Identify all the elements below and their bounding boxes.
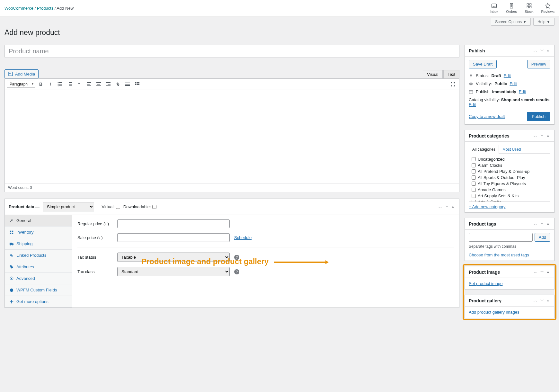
- format-select[interactable]: Paragraph: [7, 81, 35, 88]
- collapse-down-icon[interactable]: ﹀: [539, 221, 545, 227]
- tab-inventory[interactable]: Inventory: [5, 227, 72, 238]
- product-data-label: Product data —: [9, 204, 40, 209]
- collapse-up-icon[interactable]: ︿: [437, 204, 443, 210]
- help-icon[interactable]: ?: [234, 255, 239, 260]
- collapse-up-icon[interactable]: ︿: [532, 48, 538, 54]
- visual-tab[interactable]: Visual: [423, 70, 442, 78]
- help-button[interactable]: Help ▼: [533, 18, 555, 26]
- tab-general[interactable]: General: [5, 215, 72, 227]
- add-media-button[interactable]: Add Media: [4, 69, 39, 78]
- product-name-input[interactable]: [4, 45, 459, 58]
- fullscreen-button[interactable]: [449, 80, 457, 88]
- edit-visibility-link[interactable]: Edit: [510, 81, 517, 86]
- collapse-down-icon[interactable]: ﹀: [539, 133, 545, 139]
- category-checkbox[interactable]: [472, 182, 476, 186]
- toolbar-toggle-icon: [135, 82, 140, 87]
- quote-button[interactable]: ❝: [75, 80, 84, 88]
- tab-linked[interactable]: Linked Products: [5, 250, 72, 261]
- breadcrumb-root[interactable]: WooCommerce: [4, 6, 33, 11]
- sale-price-input[interactable]: [117, 233, 230, 242]
- category-checkbox[interactable]: [472, 194, 476, 198]
- text-tab[interactable]: Text: [443, 70, 459, 78]
- set-product-image-link[interactable]: Set product image: [469, 281, 503, 286]
- regular-price-input[interactable]: [117, 219, 230, 228]
- category-checkbox[interactable]: [472, 157, 476, 161]
- add-gallery-link[interactable]: Add product gallery images: [469, 310, 519, 315]
- topbar-orders[interactable]: Orders: [506, 3, 517, 13]
- toolbar-toggle-button[interactable]: [133, 80, 141, 88]
- svg-rect-32: [138, 84, 139, 85]
- product-type-select[interactable]: Simple product: [43, 202, 94, 211]
- most-used-tab[interactable]: Most Used: [499, 145, 524, 154]
- collapse-down-icon[interactable]: ﹀: [444, 204, 450, 210]
- category-checkbox[interactable]: [472, 169, 476, 174]
- topbar-stock[interactable]: Stock: [525, 3, 534, 13]
- svg-rect-15: [87, 82, 91, 83]
- move-up-icon[interactable]: ▴: [546, 221, 550, 227]
- plus-icon: [9, 299, 14, 304]
- topbar-inbox[interactable]: Inbox: [490, 3, 498, 13]
- tax-status-label: Tax status: [77, 255, 113, 260]
- svg-rect-7: [59, 82, 62, 83]
- tab-attributes[interactable]: Attributes: [5, 261, 72, 273]
- bold-button[interactable]: B: [37, 80, 45, 88]
- collapse-down-icon[interactable]: ﹀: [539, 48, 545, 54]
- category-checkbox[interactable]: [472, 200, 476, 202]
- collapse-down-icon[interactable]: ﹀: [539, 269, 545, 275]
- publish-button[interactable]: Publish: [527, 112, 550, 121]
- collapse-up-icon[interactable]: ︿: [532, 133, 538, 139]
- virtual-checkbox[interactable]: [116, 205, 120, 209]
- tab-more[interactable]: Get more options: [5, 296, 72, 307]
- italic-button[interactable]: I: [46, 80, 55, 88]
- move-up-icon[interactable]: ▴: [451, 204, 455, 210]
- collapse-up-icon[interactable]: ︿: [532, 298, 538, 304]
- tax-class-label: Tax class: [77, 269, 113, 274]
- svg-rect-29: [138, 82, 139, 83]
- publish-title: Publish: [469, 48, 485, 53]
- editor-content[interactable]: [5, 90, 459, 183]
- move-up-icon[interactable]: ▴: [546, 133, 550, 139]
- topbar-reviews[interactable]: Reviews: [541, 3, 555, 13]
- add-category-link[interactable]: + Add new category: [469, 204, 506, 209]
- edit-catalog-link[interactable]: Edit: [469, 102, 476, 107]
- collapse-up-icon[interactable]: ︿: [532, 221, 538, 227]
- svg-point-33: [10, 245, 11, 245]
- move-up-icon[interactable]: ▴: [546, 48, 550, 54]
- breadcrumb-current: Add New: [57, 6, 74, 11]
- category-checkbox[interactable]: [472, 175, 476, 180]
- edit-publish-link[interactable]: Edit: [519, 89, 526, 94]
- copy-draft-link[interactable]: Copy to a new draft: [469, 114, 505, 119]
- help-icon[interactable]: ?: [234, 269, 239, 274]
- tax-status-select[interactable]: Taxable: [117, 253, 230, 262]
- tab-shipping[interactable]: Shipping: [5, 238, 72, 250]
- edit-status-link[interactable]: Edit: [504, 73, 511, 78]
- collapse-up-icon[interactable]: ︿: [532, 269, 538, 275]
- numbered-list-button[interactable]: [66, 80, 74, 88]
- align-right-button[interactable]: [104, 80, 112, 88]
- breadcrumb-products[interactable]: Products: [37, 6, 53, 11]
- read-more-button[interactable]: [123, 80, 132, 88]
- category-checkbox[interactable]: [472, 163, 476, 167]
- align-center-button[interactable]: [94, 80, 103, 88]
- align-left-button[interactable]: [85, 80, 93, 88]
- category-checkbox[interactable]: [472, 188, 476, 192]
- downloadable-checkbox[interactable]: [152, 205, 156, 209]
- save-draft-button[interactable]: Save Draft: [469, 60, 497, 68]
- choose-tags-link[interactable]: Choose from the most used tags: [469, 253, 529, 257]
- tax-class-select[interactable]: Standard: [117, 267, 230, 276]
- add-tag-button[interactable]: Add: [535, 233, 550, 242]
- schedule-link[interactable]: Schedule: [234, 235, 252, 240]
- link-button[interactable]: [114, 80, 122, 88]
- move-up-icon[interactable]: ▴: [546, 298, 550, 304]
- preview-button[interactable]: Preview: [527, 60, 550, 68]
- all-categories-tab[interactable]: All categories: [469, 145, 499, 154]
- tab-advanced[interactable]: Advanced: [5, 273, 72, 284]
- bullet-list-button[interactable]: [56, 80, 64, 88]
- screen-options-button[interactable]: Screen Options ▼: [491, 18, 531, 26]
- tab-wpfm[interactable]: WPFM Custom Fields: [5, 284, 72, 296]
- collapse-down-icon[interactable]: ﹀: [539, 298, 545, 304]
- category-list[interactable]: Uncategorized Alarm Clocks All Pretend P…: [469, 154, 550, 202]
- tag-input[interactable]: [469, 233, 533, 242]
- calendar-icon: [469, 90, 473, 94]
- move-up-icon[interactable]: ▴: [546, 269, 550, 275]
